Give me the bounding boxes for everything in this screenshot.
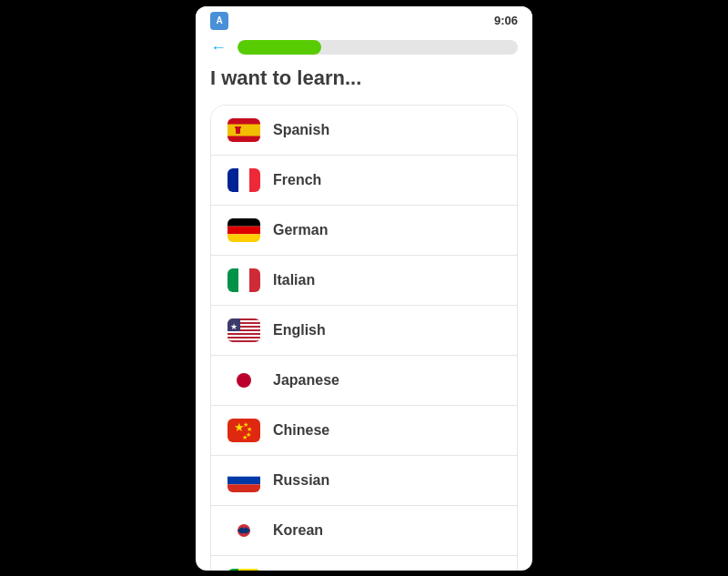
back-button[interactable]: ← bbox=[210, 39, 227, 56]
progress-bar-container bbox=[238, 40, 518, 55]
language-name-italian: Italian bbox=[273, 272, 315, 288]
svg-rect-10 bbox=[228, 268, 238, 292]
svg-rect-4 bbox=[228, 168, 238, 192]
language-item-portuguese[interactable]: 🌐 Portuguese bbox=[211, 556, 517, 571]
language-item-italian[interactable]: Italian bbox=[211, 256, 517, 306]
language-name-spanish: Spanish bbox=[273, 122, 329, 138]
phone-container: A 9:06 ← I want to learn... Spanish Fren… bbox=[196, 6, 532, 571]
flag-french bbox=[228, 168, 260, 192]
svg-rect-6 bbox=[249, 168, 260, 192]
app-icon: A bbox=[210, 12, 228, 30]
svg-rect-1 bbox=[228, 124, 260, 136]
flag-japanese bbox=[228, 369, 260, 392]
language-name-japanese: Japanese bbox=[273, 372, 339, 389]
language-item-russian[interactable]: Russian bbox=[211, 456, 517, 506]
svg-rect-31 bbox=[228, 476, 260, 484]
language-item-korean[interactable]: Korean bbox=[211, 506, 517, 556]
language-name-english: English bbox=[273, 322, 326, 339]
language-item-french[interactable]: French bbox=[211, 156, 517, 206]
nav-bar: ← bbox=[196, 34, 532, 63]
svg-rect-17 bbox=[228, 331, 260, 333]
svg-rect-9 bbox=[228, 234, 260, 242]
svg-text:★: ★ bbox=[242, 434, 248, 440]
page-title: I want to learn... bbox=[210, 66, 518, 90]
svg-text:★: ★ bbox=[230, 322, 238, 331]
flag-chinese: ★ ★ ★ ★ ★ bbox=[228, 419, 260, 442]
svg-rect-30 bbox=[228, 469, 260, 477]
svg-rect-11 bbox=[238, 268, 249, 292]
svg-rect-36 bbox=[238, 569, 260, 571]
language-name-russian: Russian bbox=[273, 472, 329, 489]
flag-german bbox=[228, 218, 260, 242]
language-item-english[interactable]: ★ English bbox=[211, 306, 517, 356]
language-item-japanese[interactable]: Japanese bbox=[211, 356, 517, 406]
content-area: I want to learn... Spanish French German… bbox=[196, 63, 532, 571]
svg-rect-18 bbox=[228, 335, 260, 337]
svg-rect-8 bbox=[228, 226, 260, 234]
language-list: Spanish French German Italian bbox=[210, 105, 518, 571]
language-name-chinese: Chinese bbox=[273, 422, 329, 439]
svg-rect-32 bbox=[228, 484, 260, 492]
language-name-korean: Korean bbox=[273, 522, 323, 539]
svg-rect-5 bbox=[238, 168, 249, 192]
flag-russian bbox=[228, 469, 260, 492]
status-time: 9:06 bbox=[494, 14, 518, 27]
svg-rect-12 bbox=[249, 268, 260, 292]
svg-point-23 bbox=[237, 373, 251, 388]
flag-english: ★ bbox=[228, 318, 260, 342]
language-item-chinese[interactable]: ★ ★ ★ ★ ★ Chinese bbox=[211, 406, 517, 456]
flag-korean bbox=[228, 519, 260, 542]
status-bar: A 9:06 bbox=[196, 6, 532, 34]
svg-rect-3 bbox=[235, 126, 241, 128]
flag-spanish bbox=[228, 118, 260, 142]
language-item-spanish[interactable]: Spanish bbox=[211, 106, 517, 156]
flag-italian bbox=[228, 268, 260, 292]
svg-rect-7 bbox=[228, 218, 260, 227]
flag-portuguese: 🌐 bbox=[228, 569, 260, 571]
progress-bar-fill bbox=[238, 40, 321, 55]
svg-rect-19 bbox=[228, 339, 260, 340]
language-item-german[interactable]: German bbox=[211, 206, 517, 256]
language-name-german: German bbox=[273, 222, 328, 238]
language-name-french: French bbox=[273, 172, 321, 188]
